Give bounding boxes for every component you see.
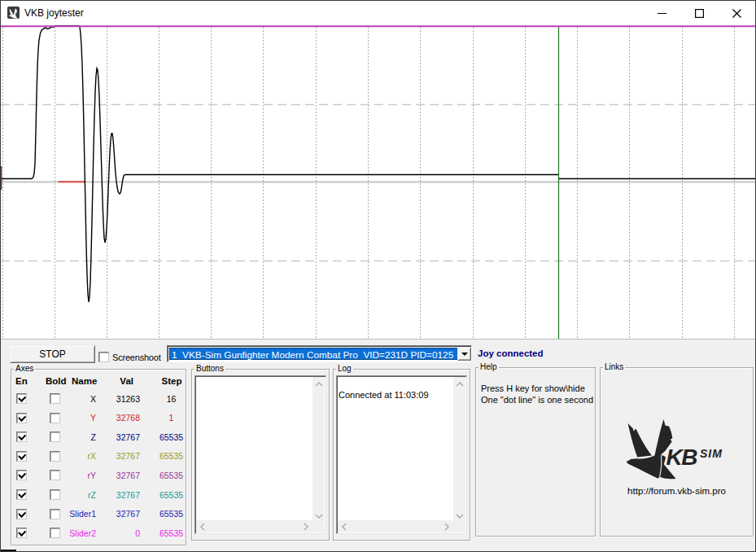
svg-text:KB: KB: [666, 445, 698, 470]
svg-text:SIM: SIM: [700, 447, 723, 460]
